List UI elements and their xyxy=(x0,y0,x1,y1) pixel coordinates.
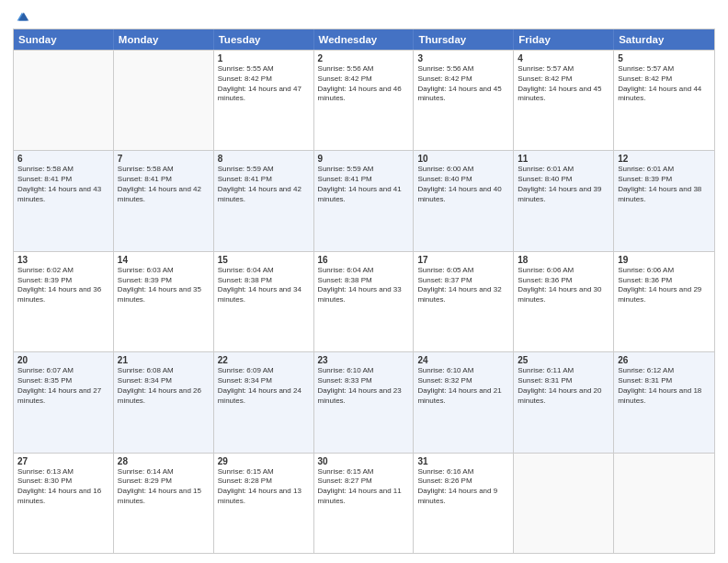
cal-cell: 7Sunrise: 5:58 AMSunset: 8:41 PMDaylight… xyxy=(114,151,214,250)
cal-cell: 12Sunrise: 6:01 AMSunset: 8:39 PMDayligh… xyxy=(614,151,714,250)
calendar-header: SundayMondayTuesdayWednesdayThursdayFrid… xyxy=(14,29,714,50)
day-info: Sunrise: 6:15 AMSunset: 8:28 PMDaylight:… xyxy=(218,467,310,507)
cal-cell: 28Sunrise: 6:14 AMSunset: 8:29 PMDayligh… xyxy=(114,454,214,553)
day-info: Sunrise: 5:58 AMSunset: 8:41 PMDaylight:… xyxy=(17,165,109,204)
day-info: Sunrise: 6:14 AMSunset: 8:29 PMDaylight:… xyxy=(118,467,210,507)
cal-cell: 30Sunrise: 6:15 AMSunset: 8:27 PMDayligh… xyxy=(314,454,415,553)
day-number: 28 xyxy=(118,456,210,466)
day-number: 30 xyxy=(318,456,410,466)
day-number: 7 xyxy=(118,154,210,164)
day-number: 16 xyxy=(318,255,410,265)
cal-cell: 8Sunrise: 5:59 AMSunset: 8:41 PMDaylight… xyxy=(214,151,314,250)
cal-cell xyxy=(514,454,614,553)
day-number: 29 xyxy=(218,456,310,466)
day-info: Sunrise: 6:04 AMSunset: 8:38 PMDaylight:… xyxy=(218,266,310,305)
day-number: 12 xyxy=(618,154,711,164)
cal-cell: 23Sunrise: 6:10 AMSunset: 8:33 PMDayligh… xyxy=(314,352,415,452)
day-header-saturday: Saturday xyxy=(614,29,714,50)
day-number: 23 xyxy=(318,355,410,365)
day-info: Sunrise: 6:07 AMSunset: 8:35 PMDaylight:… xyxy=(17,366,109,406)
cal-cell: 22Sunrise: 6:09 AMSunset: 8:34 PMDayligh… xyxy=(214,352,314,452)
day-header-monday: Monday xyxy=(114,29,214,50)
day-number: 1 xyxy=(218,53,310,63)
day-number: 14 xyxy=(118,255,210,265)
cal-cell: 24Sunrise: 6:10 AMSunset: 8:32 PMDayligh… xyxy=(414,352,514,452)
day-number: 4 xyxy=(518,53,609,63)
day-info: Sunrise: 5:55 AMSunset: 8:42 PMDaylight:… xyxy=(218,64,310,104)
cal-cell: 10Sunrise: 6:00 AMSunset: 8:40 PMDayligh… xyxy=(414,151,514,250)
day-header-sunday: Sunday xyxy=(14,29,114,50)
logo xyxy=(13,9,30,23)
calendar-body: 1Sunrise: 5:55 AMSunset: 8:42 PMDaylight… xyxy=(14,50,714,553)
week-row-2: 6Sunrise: 5:58 AMSunset: 8:41 PMDaylight… xyxy=(14,150,714,250)
day-info: Sunrise: 6:05 AMSunset: 8:37 PMDaylight:… xyxy=(417,266,509,305)
day-number: 15 xyxy=(218,255,310,265)
day-info: Sunrise: 5:57 AMSunset: 8:42 PMDaylight:… xyxy=(618,64,711,104)
day-number: 26 xyxy=(618,355,711,365)
cal-cell: 3Sunrise: 5:56 AMSunset: 8:42 PMDaylight… xyxy=(414,51,514,150)
day-number: 6 xyxy=(17,154,109,164)
day-number: 17 xyxy=(417,255,509,265)
cal-cell: 31Sunrise: 6:16 AMSunset: 8:26 PMDayligh… xyxy=(414,454,514,553)
cal-cell: 17Sunrise: 6:05 AMSunset: 8:37 PMDayligh… xyxy=(414,252,514,351)
day-info: Sunrise: 6:10 AMSunset: 8:33 PMDaylight:… xyxy=(318,366,410,406)
day-number: 27 xyxy=(17,456,109,466)
cal-cell: 6Sunrise: 5:58 AMSunset: 8:41 PMDaylight… xyxy=(14,151,114,250)
day-header-wednesday: Wednesday xyxy=(314,29,415,50)
day-number: 5 xyxy=(618,53,711,63)
day-info: Sunrise: 6:01 AMSunset: 8:40 PMDaylight:… xyxy=(518,165,609,204)
day-info: Sunrise: 5:56 AMSunset: 8:42 PMDaylight:… xyxy=(318,64,410,104)
cal-cell xyxy=(14,51,114,150)
cal-cell: 14Sunrise: 6:03 AMSunset: 8:39 PMDayligh… xyxy=(114,252,214,351)
logo-icon xyxy=(14,9,30,26)
day-header-friday: Friday xyxy=(514,29,614,50)
cal-cell: 4Sunrise: 5:57 AMSunset: 8:42 PMDaylight… xyxy=(514,51,614,150)
cal-cell: 2Sunrise: 5:56 AMSunset: 8:42 PMDaylight… xyxy=(314,51,415,150)
cal-cell: 11Sunrise: 6:01 AMSunset: 8:40 PMDayligh… xyxy=(514,151,614,250)
day-info: Sunrise: 5:58 AMSunset: 8:41 PMDaylight:… xyxy=(118,165,210,204)
cal-cell xyxy=(114,51,214,150)
day-info: Sunrise: 6:15 AMSunset: 8:27 PMDaylight:… xyxy=(318,467,410,507)
day-info: Sunrise: 5:59 AMSunset: 8:41 PMDaylight:… xyxy=(318,165,410,204)
day-number: 10 xyxy=(417,154,509,164)
day-info: Sunrise: 6:11 AMSunset: 8:31 PMDaylight:… xyxy=(518,366,609,406)
day-info: Sunrise: 6:00 AMSunset: 8:40 PMDaylight:… xyxy=(417,165,509,204)
day-number: 9 xyxy=(318,154,410,164)
day-number: 3 xyxy=(417,53,509,63)
day-info: Sunrise: 6:01 AMSunset: 8:39 PMDaylight:… xyxy=(618,165,711,204)
cal-cell: 29Sunrise: 6:15 AMSunset: 8:28 PMDayligh… xyxy=(214,454,314,553)
day-info: Sunrise: 6:06 AMSunset: 8:36 PMDaylight:… xyxy=(518,266,609,305)
day-number: 2 xyxy=(318,53,410,63)
day-info: Sunrise: 6:10 AMSunset: 8:32 PMDaylight:… xyxy=(417,366,509,406)
day-info: Sunrise: 5:59 AMSunset: 8:41 PMDaylight:… xyxy=(218,165,310,204)
day-number: 22 xyxy=(218,355,310,365)
cal-cell: 25Sunrise: 6:11 AMSunset: 8:31 PMDayligh… xyxy=(514,352,614,452)
cal-cell: 21Sunrise: 6:08 AMSunset: 8:34 PMDayligh… xyxy=(114,352,214,452)
day-number: 19 xyxy=(618,255,711,265)
week-row-3: 13Sunrise: 6:02 AMSunset: 8:39 PMDayligh… xyxy=(14,251,714,351)
day-info: Sunrise: 6:13 AMSunset: 8:30 PMDaylight:… xyxy=(17,467,109,507)
day-info: Sunrise: 6:02 AMSunset: 8:39 PMDaylight:… xyxy=(17,266,109,305)
day-number: 11 xyxy=(518,154,609,164)
cal-cell: 13Sunrise: 6:02 AMSunset: 8:39 PMDayligh… xyxy=(14,252,114,351)
day-header-thursday: Thursday xyxy=(414,29,514,50)
day-info: Sunrise: 6:06 AMSunset: 8:36 PMDaylight:… xyxy=(618,266,711,305)
day-info: Sunrise: 6:16 AMSunset: 8:26 PMDaylight:… xyxy=(417,467,509,507)
day-number: 25 xyxy=(518,355,609,365)
week-row-5: 27Sunrise: 6:13 AMSunset: 8:30 PMDayligh… xyxy=(14,453,714,553)
day-number: 20 xyxy=(17,355,109,365)
day-number: 31 xyxy=(417,456,509,466)
day-number: 18 xyxy=(518,255,609,265)
day-info: Sunrise: 6:08 AMSunset: 8:34 PMDaylight:… xyxy=(118,366,210,406)
calendar: SundayMondayTuesdayWednesdayThursdayFrid… xyxy=(13,29,715,554)
cal-cell: 19Sunrise: 6:06 AMSunset: 8:36 PMDayligh… xyxy=(614,252,714,351)
day-number: 8 xyxy=(218,154,310,164)
week-row-4: 20Sunrise: 6:07 AMSunset: 8:35 PMDayligh… xyxy=(14,351,714,452)
day-info: Sunrise: 6:04 AMSunset: 8:38 PMDaylight:… xyxy=(318,266,410,305)
day-info: Sunrise: 5:56 AMSunset: 8:42 PMDaylight:… xyxy=(417,64,509,104)
day-number: 24 xyxy=(417,355,509,365)
day-header-tuesday: Tuesday xyxy=(214,29,314,50)
day-number: 21 xyxy=(118,355,210,365)
day-info: Sunrise: 6:12 AMSunset: 8:31 PMDaylight:… xyxy=(618,366,711,406)
cal-cell: 9Sunrise: 5:59 AMSunset: 8:41 PMDaylight… xyxy=(314,151,415,250)
